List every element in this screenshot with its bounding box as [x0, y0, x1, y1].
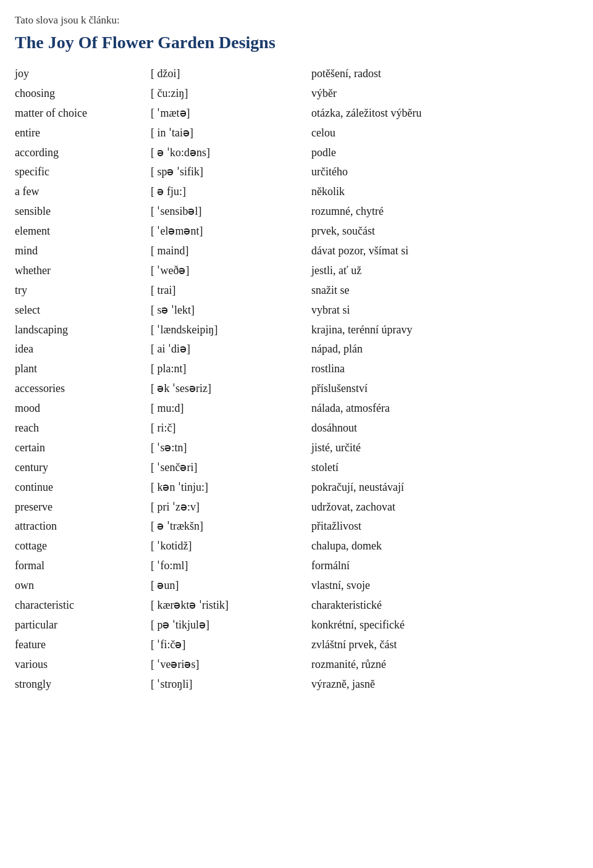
page-subtitle: Tato slova jsou k článku:: [15, 12, 578, 28]
word-cell: characteristic: [15, 596, 151, 616]
table-row: choosing[ ču:ziŋ]výběr: [15, 84, 578, 104]
word-cell: entire: [15, 123, 151, 143]
translation-cell: výběr: [311, 84, 578, 104]
word-cell: whether: [15, 261, 151, 281]
word-cell: continue: [15, 478, 151, 498]
word-cell: certain: [15, 438, 151, 458]
translation-cell: otázka, záležitost výběru: [311, 104, 578, 123]
table-row: entire[ in ˈtaiə]celou: [15, 123, 578, 143]
translation-cell: několik: [311, 182, 578, 202]
phonetic-cell: [ maind]: [151, 241, 311, 261]
table-row: mind[ maind]dávat pozor, všímat si: [15, 241, 578, 261]
phonetic-cell: [ mu:d]: [151, 399, 311, 419]
word-cell: element: [15, 222, 151, 241]
word-cell: according: [15, 143, 151, 163]
word-cell: sensible: [15, 202, 151, 222]
phonetic-cell: [ ai ˈdiə]: [151, 340, 311, 359]
translation-cell: pokračují, neustávají: [311, 478, 578, 498]
word-cell: feature: [15, 635, 151, 655]
table-row: own[ əun]vlastní, svoje: [15, 576, 578, 596]
word-cell: specific: [15, 162, 151, 182]
translation-cell: formální: [311, 556, 578, 576]
word-cell: attraction: [15, 517, 151, 536]
phonetic-cell: [ pə ˈtikjulə]: [151, 616, 311, 635]
phonetic-cell: [ ˈsenčəri]: [151, 458, 311, 478]
table-row: joy[ džoi]potěšení, radost: [15, 64, 578, 84]
table-row: a few[ ə fju:]několik: [15, 182, 578, 202]
translation-cell: dávat pozor, všímat si: [311, 241, 578, 261]
table-row: specific[ spə ˈsifik]určitého: [15, 162, 578, 182]
table-row: element[ ˈeləmənt]prvek, součást: [15, 222, 578, 241]
translation-cell: dosáhnout: [311, 419, 578, 438]
table-row: cottage[ ˈkotidž]chalupa, domek: [15, 536, 578, 556]
word-cell: landscaping: [15, 320, 151, 340]
table-row: feature[ ˈfi:čə]zvláštní prvek, část: [15, 635, 578, 655]
table-row: attraction[ ə ˈtrækšn]přitažlivost: [15, 517, 578, 536]
translation-cell: charakteristické: [311, 596, 578, 616]
phonetic-cell: [ trai]: [151, 281, 311, 301]
phonetic-cell: [ ˈlændskeipiŋ]: [151, 320, 311, 340]
phonetic-cell: [ ˈfi:čə]: [151, 635, 311, 655]
phonetic-cell: [ ə ˈko:dəns]: [151, 143, 311, 163]
word-cell: mood: [15, 399, 151, 419]
table-row: various[ ˈveəriəs]rozmanité, různé: [15, 655, 578, 675]
translation-cell: celou: [311, 123, 578, 143]
translation-cell: krajina, terénní úpravy: [311, 320, 578, 340]
translation-cell: nápad, plán: [311, 340, 578, 359]
phonetic-cell: [ ri:č]: [151, 419, 311, 438]
table-row: select[ sə ˈlekt]vybrat si: [15, 301, 578, 320]
translation-cell: udržovat, zachovat: [311, 498, 578, 517]
phonetic-cell: [ sə ˈlekt]: [151, 301, 311, 320]
word-cell: various: [15, 655, 151, 675]
translation-cell: století: [311, 458, 578, 478]
table-row: reach[ ri:č]dosáhnout: [15, 419, 578, 438]
phonetic-cell: [ ˈsə:tn]: [151, 438, 311, 458]
word-cell: plant: [15, 359, 151, 379]
translation-cell: zvláštní prvek, část: [311, 635, 578, 655]
word-cell: mind: [15, 241, 151, 261]
translation-cell: rozumné, chytré: [311, 202, 578, 222]
table-row: formal[ ˈfo:ml]formální: [15, 556, 578, 576]
phonetic-cell: [ džoi]: [151, 64, 311, 84]
translation-cell: jisté, určité: [311, 438, 578, 458]
phonetic-cell: [ pri ˈzə:v]: [151, 498, 311, 517]
page-title: The Joy Of Flower Garden Designs: [15, 32, 578, 53]
phonetic-cell: [ ˈstroŋli]: [151, 675, 311, 695]
word-cell: formal: [15, 556, 151, 576]
word-cell: choosing: [15, 84, 151, 104]
word-cell: preserve: [15, 498, 151, 517]
table-row: according[ ə ˈko:dəns]podle: [15, 143, 578, 163]
table-row: plant[ pla:nt]rostlina: [15, 359, 578, 379]
table-row: continue[ kən ˈtinju:]pokračují, neustáv…: [15, 478, 578, 498]
table-row: sensible[ ˈsensibəl]rozumné, chytré: [15, 202, 578, 222]
translation-cell: nálada, atmosféra: [311, 399, 578, 419]
table-row: preserve[ pri ˈzə:v]udržovat, zachovat: [15, 498, 578, 517]
word-cell: own: [15, 576, 151, 596]
translation-cell: přitažlivost: [311, 517, 578, 536]
word-cell: select: [15, 301, 151, 320]
table-row: strongly[ ˈstroŋli]výrazně, jasně: [15, 675, 578, 695]
phonetic-cell: [ ˈweðə]: [151, 261, 311, 281]
phonetic-cell: [ əun]: [151, 576, 311, 596]
phonetic-cell: [ ˈkotidž]: [151, 536, 311, 556]
translation-cell: chalupa, domek: [311, 536, 578, 556]
table-row: certain[ ˈsə:tn]jisté, určité: [15, 438, 578, 458]
table-row: whether[ ˈweðə]jestli, ať už: [15, 261, 578, 281]
phonetic-cell: [ ə fju:]: [151, 182, 311, 202]
phonetic-cell: [ kærəktə ˈristik]: [151, 596, 311, 616]
translation-cell: rostlina: [311, 359, 578, 379]
translation-cell: výrazně, jasně: [311, 675, 578, 695]
word-cell: reach: [15, 419, 151, 438]
phonetic-cell: [ ˈeləmənt]: [151, 222, 311, 241]
translation-cell: vybrat si: [311, 301, 578, 320]
table-row: landscaping[ ˈlændskeipiŋ]krajina, terén…: [15, 320, 578, 340]
table-row: accessories[ ək ˈsesəriz]příslušenství: [15, 379, 578, 399]
table-row: matter of choice[ ˈmætə]otázka, záležito…: [15, 104, 578, 123]
phonetic-cell: [ ˈsensibəl]: [151, 202, 311, 222]
table-row: characteristic[ kærəktə ˈristik]charakte…: [15, 596, 578, 616]
translation-cell: prvek, součást: [311, 222, 578, 241]
translation-cell: konkrétní, specifické: [311, 616, 578, 635]
word-cell: joy: [15, 64, 151, 84]
translation-cell: určitého: [311, 162, 578, 182]
phonetic-cell: [ pla:nt]: [151, 359, 311, 379]
